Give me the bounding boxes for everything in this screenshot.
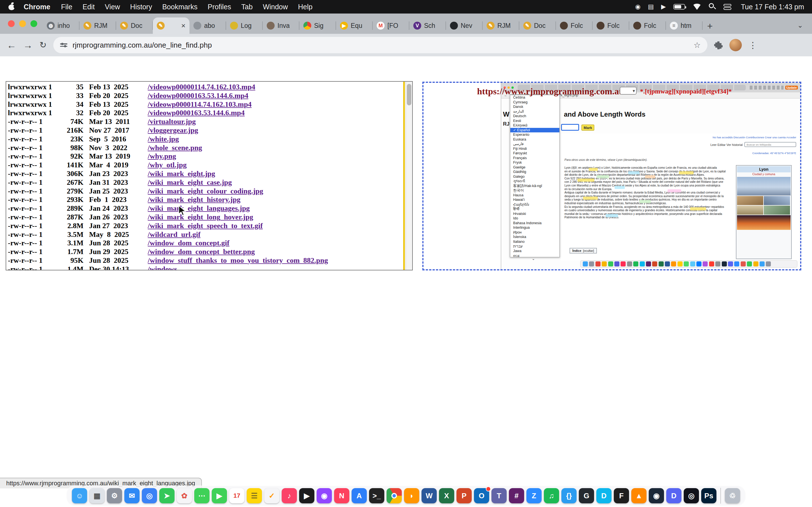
dock-icon-app-store[interactable]: A xyxy=(352,488,367,503)
tab-7[interactable]: Inva xyxy=(263,17,299,34)
dock-icon-spotify[interactable]: ♫ xyxy=(544,488,559,503)
file-link[interactable]: /whole_scene.png xyxy=(148,144,202,152)
file-link[interactable]: /videowp00000163.53.144.6.mp4 xyxy=(148,92,248,100)
tab-4[interactable]: ✎× xyxy=(153,17,190,34)
dock-icon-terminal[interactable]: >_ xyxy=(369,488,384,503)
dock-icon-powerpoint[interactable]: P xyxy=(456,488,472,503)
tab-9[interactable]: ▶Equ xyxy=(336,17,373,34)
tab-8[interactable]: Sig xyxy=(299,17,336,34)
window-close-button[interactable] xyxy=(8,20,15,27)
menu-item-bookmarks[interactable]: Bookmarks xyxy=(157,3,202,11)
tab-6[interactable]: Log xyxy=(226,17,263,34)
file-link[interactable]: /virtualtour.jpg xyxy=(148,117,196,126)
dock-icon-photoshop[interactable]: Ps xyxy=(701,488,716,503)
dock-icon-maps[interactable]: ➤ xyxy=(159,488,174,503)
dock-icon-discord[interactable]: D xyxy=(666,488,681,503)
file-link[interactable]: /window_dom_concept.gif xyxy=(148,239,230,247)
dock-icon-podcasts[interactable]: ◉ xyxy=(317,488,332,503)
dock-icon-music[interactable]: ♪ xyxy=(282,488,297,503)
file-link[interactable]: /wiki_mark_eight_colour_coding.jpg xyxy=(148,187,263,196)
dock-icon-vlc[interactable]: ▲ xyxy=(631,488,647,503)
back-button[interactable]: ← xyxy=(7,40,16,50)
dock-icon-reminders[interactable]: ✓ xyxy=(264,488,280,503)
dock-icon-notes[interactable]: ☰ xyxy=(247,488,262,503)
play-icon[interactable]: ▶ xyxy=(661,4,666,10)
dock-icon-messages[interactable]: ⋯ xyxy=(194,488,209,503)
battery-icon[interactable] xyxy=(673,4,685,10)
dock-icon-tv[interactable]: ▶ xyxy=(299,488,314,503)
file-link[interactable]: /videowp0000114.74.162.103.mp4 xyxy=(148,100,252,109)
file-link[interactable]: /wiki_mark_eight.jpg xyxy=(148,170,215,178)
menu-item-profiles[interactable]: Profiles xyxy=(202,3,236,11)
dock-icon-outlook[interactable]: O xyxy=(474,488,489,503)
tab-13[interactable]: ✎RJM xyxy=(483,17,519,34)
forward-button[interactable]: → xyxy=(23,40,33,50)
dock-icon-launchpad[interactable]: ▦ xyxy=(89,488,105,503)
new-tab-button[interactable]: + xyxy=(703,20,717,34)
dock-icon-teams[interactable]: T xyxy=(492,488,507,503)
tab-11[interactable]: VSch xyxy=(409,17,446,34)
apple-menu-icon[interactable] xyxy=(8,3,16,11)
file-link[interactable]: /wiki_mark_eight_languages.jpg xyxy=(148,204,250,213)
tab-14[interactable]: ✎Doc xyxy=(519,17,556,34)
file-link[interactable]: /wiki_mark_eight_history.jpg xyxy=(148,195,241,204)
dock-icon-mail[interactable]: ✉ xyxy=(124,488,140,503)
dock-icon-vscode[interactable]: {} xyxy=(561,488,576,503)
wifi-icon[interactable] xyxy=(693,4,702,10)
dock-icon-safari[interactable]: ◎ xyxy=(142,488,157,503)
dock-icon-docker[interactable]: D xyxy=(596,488,612,503)
dock-icon-system-settings[interactable]: ⚙ xyxy=(107,488,122,503)
tab-18[interactable]: ≡htm xyxy=(666,17,703,34)
listing-scrollbar[interactable] xyxy=(405,82,412,270)
window-minimize-button[interactable] xyxy=(19,20,26,27)
dock-icon-trash[interactable]: ♲ xyxy=(725,488,740,503)
menu-item-tab[interactable]: Tab xyxy=(236,3,258,11)
tab-2[interactable]: ✎RJM xyxy=(80,17,116,34)
menu-item-file[interactable]: File xyxy=(56,3,77,11)
dock-icon-zoom[interactable]: Z xyxy=(526,488,542,503)
file-link[interactable]: /wiki_mark_eight_speech_to_text.gif xyxy=(148,222,263,230)
bookmark-star-icon[interactable]: ☆ xyxy=(694,41,701,50)
extensions-icon[interactable] xyxy=(714,41,723,49)
dock-icon-calendar[interactable]: 17 xyxy=(229,488,245,503)
dock-icon-slack[interactable]: # xyxy=(509,488,524,503)
file-link[interactable]: /window_stuff_thanks_to_moo_you_tistory_… xyxy=(148,256,328,265)
url-text[interactable]: rjmprogramming.com.au/one_line_find.php xyxy=(72,41,689,50)
dock-icon-news[interactable]: N xyxy=(334,488,349,503)
tab-15[interactable]: Folc xyxy=(556,17,593,34)
file-link[interactable]: /wiki_mark_eight_long_hover.jpg xyxy=(148,213,253,222)
menu-bar-clock[interactable]: Tue 17 Feb 1:43 pm xyxy=(741,3,804,11)
profile-avatar[interactable] xyxy=(729,39,742,51)
dock-icon-word[interactable]: W xyxy=(421,488,437,503)
reload-button[interactable]: ↻ xyxy=(40,41,47,49)
dock-icon-figma[interactable]: F xyxy=(614,488,629,503)
dock-icon-obs[interactable]: ◎ xyxy=(684,488,699,503)
menu-item-window[interactable]: Window xyxy=(258,3,293,11)
file-link[interactable]: /vloggergear.jpg xyxy=(148,126,198,135)
dock-icon-photos[interactable]: ✿ xyxy=(177,488,192,503)
spotlight-search-icon[interactable] xyxy=(709,3,716,10)
app-menu-chrome[interactable]: Chrome xyxy=(18,3,56,11)
tab-3[interactable]: ✎Doc xyxy=(116,17,153,34)
dock-icon-github[interactable]: G xyxy=(579,488,594,503)
tab-12[interactable]: Nev xyxy=(446,17,483,34)
file-link[interactable]: /why_otl.jpg xyxy=(148,161,187,170)
tab-search-chevron[interactable]: ⌄ xyxy=(792,21,809,34)
menu-item-edit[interactable]: Edit xyxy=(78,3,100,11)
file-link[interactable]: /videowp0000163.53.144.6.mp4 xyxy=(148,109,245,117)
menu-item-help[interactable]: Help xyxy=(293,3,317,11)
tab-10[interactable]: M[FO xyxy=(373,17,409,34)
screen-record-icon[interactable]: ◉ xyxy=(635,4,641,10)
file-link[interactable]: /wildcard_url.gif xyxy=(148,230,200,239)
dock-icon-chrome[interactable] xyxy=(387,488,402,503)
tab-17[interactable]: Folc xyxy=(629,17,666,34)
file-link[interactable]: /videowp00000114.74.162.103.mp4 xyxy=(148,83,255,92)
scrollbar-thumb[interactable] xyxy=(407,84,411,105)
display-mirroring-icon[interactable]: ▤ xyxy=(648,4,654,10)
tab-1[interactable]: ◍inho xyxy=(43,17,80,34)
dock-icon-steam[interactable]: ◉ xyxy=(649,488,664,503)
tab-16[interactable]: Folc xyxy=(593,17,629,34)
dock-icon-excel[interactable]: X xyxy=(439,488,454,503)
site-settings-icon[interactable] xyxy=(60,43,67,47)
control-center-icon[interactable] xyxy=(723,4,731,10)
